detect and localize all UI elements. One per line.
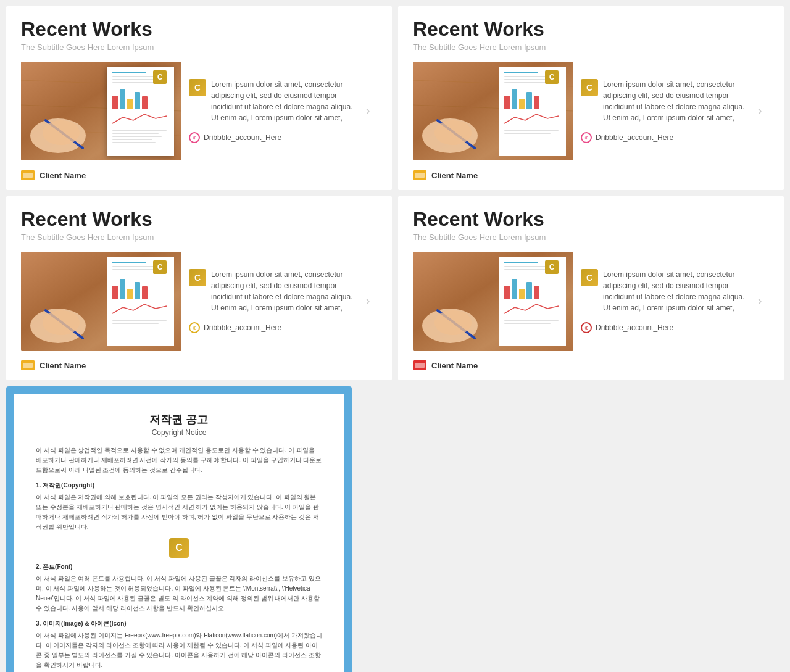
card-1-title: Recent Works [21,19,377,40]
svg-rect-39 [504,130,559,131]
card-1-client-icon [21,170,35,180]
card-2: Recent Works The Subtitle Goes Here Lore… [398,6,784,190]
card-4: Recent Works The Subtitle Goes Here Lore… [398,196,784,380]
svg-rect-13 [142,96,148,109]
dribbble-icon-3: ⊕ [189,322,200,333]
svg-rect-73 [512,279,517,299]
card-2-next-button[interactable]: › [750,102,769,120]
card-2-body: Lorem ipsum dolor sit amet, consectetur … [603,79,750,123]
svg-rect-59 [112,323,159,324]
svg-rect-17 [112,139,152,140]
card-2-dribbble[interactable]: ⊕ Dribbble_account_Here [581,132,750,143]
empty-right-area [358,386,784,672]
svg-text:C: C [549,263,555,272]
bottom-row: 저작권 공고 Copyright Notice 이 서식 파일은 상업적인 목적… [6,386,784,672]
svg-point-64 [43,310,80,335]
svg-rect-74 [519,289,525,299]
card-2-dribbble-label: Dribbble_account_Here [596,133,673,142]
dribbble-icon-2: ⊕ [581,132,592,143]
card-4-footer: Client Name [413,358,769,370]
copyright-intro: 이 서식 파일은 상업적인 목적으로 사용할 수 없으며 개인적인 용도로만 사… [36,446,322,475]
copyright-section-2: 2. 폰트(Font) 이 서식 파일은 여러 폰트를 사용합니다. 이 서식 … [36,563,322,613]
card-2-content: C C Lorem ipsum dolor sit amet, consecte… [413,62,769,160]
card-2-logo: C [581,79,598,96]
svg-rect-7 [112,79,156,80]
card-4-logo: C [581,269,598,286]
svg-rect-14 [112,130,167,131]
card-1-logo: C [189,79,206,96]
top-grid: Recent Works The Subtitle Goes Here Lore… [6,6,784,190]
card-3-dribbble[interactable]: ⊕ Dribbble_account_Here [189,322,359,333]
card-1-next-button[interactable]: › [359,102,377,120]
card-2-client-icon [413,170,426,180]
card-1-client-name: Client Name [40,171,86,180]
card-2-subtitle: The Subtitle Goes Here Lorem Ipsum [413,43,769,52]
card-1-body: Lorem ipsum dolor sit amet, consectetur … [211,79,359,123]
svg-text:C: C [157,73,163,81]
card-4-content: C C Lorem ipsum dolor sit amet, consecte… [413,252,769,351]
svg-rect-72 [504,286,510,299]
copyright-section-1: 1. 저작권(Copyright) 이 서식 파일은 저작권에 의해 보호됩니다… [36,481,322,532]
card-3-title: Recent Works [21,209,377,230]
copyright-title-korean: 저작권 공고 [36,412,322,427]
svg-text:C: C [549,73,555,81]
svg-point-45 [434,120,472,145]
svg-rect-33 [504,82,551,83]
card-4-body: Lorem ipsum dolor sit amet, consectetur … [603,269,750,313]
copyright-wrapper: 저작권 공고 Copyright Notice 이 서식 파일은 상업적인 목적… [6,386,352,672]
card-4-subtitle: The Subtitle Goes Here Lorem Ipsum [413,233,769,242]
svg-rect-12 [135,92,140,109]
card-4-dribbble[interactable]: ⊕ Dribbble_account_Here [581,322,750,333]
card-4-next-button[interactable]: › [750,292,769,310]
svg-rect-77 [504,320,559,321]
svg-rect-71 [504,269,547,270]
card-3-client-icon [21,360,35,370]
svg-rect-75 [526,282,532,299]
card-4-dribbble-label: Dribbble_account_Here [596,323,673,332]
copyright-section-2-title: 2. 폰트(Font) [36,563,322,571]
card-2-client-name: Client Name [431,171,478,180]
card-3-footer: Client Name [21,358,377,370]
svg-rect-40 [504,133,551,134]
copyright-section-2-text: 이 서식 파일은 여러 폰트를 사용합니다. 이 서식 파일에 사용된 글꼴은 … [36,574,322,613]
svg-rect-47 [415,173,425,178]
svg-rect-52 [112,269,156,270]
svg-rect-50 [112,262,146,263]
svg-point-83 [434,310,472,335]
card-4-title: Recent Works [413,209,769,230]
svg-rect-34 [504,96,510,109]
card-3-body: Lorem ipsum dolor sit amet, consectetur … [211,269,359,313]
svg-rect-11 [127,99,133,109]
svg-rect-30 [504,72,538,73]
svg-rect-8 [112,82,159,83]
card-3-client-name: Client Name [40,361,86,370]
copyright-logo-c: C [169,538,189,558]
card-2-title: Recent Works [413,19,769,40]
svg-rect-18 [112,142,156,143]
svg-rect-66 [23,363,33,368]
card-3: Recent Works The Subtitle Goes Here Lore… [6,196,392,380]
svg-rect-15 [112,133,159,134]
svg-rect-55 [127,289,133,299]
svg-rect-32 [504,79,547,80]
svg-rect-78 [504,323,551,324]
card-1-dribbble[interactable]: ⊕ Dribbble_account_Here [189,132,359,143]
svg-rect-69 [504,262,538,263]
svg-rect-10 [120,89,125,109]
svg-rect-25 [23,173,33,178]
card-4-client-icon [413,360,426,370]
svg-point-23 [43,120,80,145]
copyright-section-1-text: 이 서식 파일은 저작권에 의해 보호됩니다. 이 파일의 모든 권리는 작성자… [36,492,322,532]
copyright-section-3-title: 3. 이미지(Image) & 아이콘(Icon) [36,620,322,628]
svg-rect-5 [112,72,146,73]
card-3-dribbble-label: Dribbble_account_Here [204,323,281,332]
card-2-image: C [413,62,573,160]
svg-rect-9 [112,96,118,109]
card-3-image: C [21,252,181,351]
svg-rect-36 [519,99,525,109]
svg-text:C: C [157,263,163,272]
card-3-next-button[interactable]: › [359,292,377,310]
svg-rect-54 [120,279,125,299]
copyright-section-1-title: 1. 저작권(Copyright) [36,481,322,490]
card-1: Recent Works The Subtitle Goes Here Lore… [6,6,392,190]
